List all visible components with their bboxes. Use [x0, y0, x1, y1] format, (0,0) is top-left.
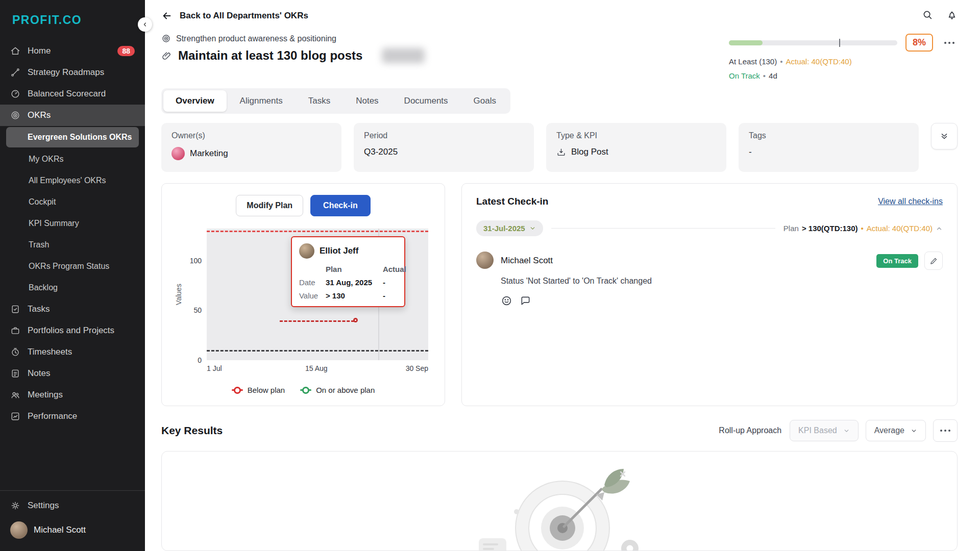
chevron-down-icon	[911, 428, 917, 434]
plan-target-line	[207, 231, 428, 232]
sidebar-item-evergreen-solutions-okrs[interactable]: Evergreen Solutions OKRs	[6, 127, 139, 147]
sidebar-item-backlog[interactable]: Backlog	[0, 277, 145, 298]
sidebar-item-all-employees-okrs[interactable]: All Employees' OKRs	[0, 170, 145, 191]
sub-item-label: My OKRs	[29, 155, 63, 163]
sidebar-item-kpi-summary[interactable]: KPI Summary	[0, 213, 145, 234]
average-value: Average	[874, 426, 904, 435]
page-title: Maintain at least 130 blog posts	[178, 48, 362, 63]
separator: •	[861, 224, 864, 233]
rollup-approach-label: Roll-up Approach	[719, 426, 781, 435]
notifications-bell-icon[interactable]	[946, 9, 958, 22]
sidebar-item-performance[interactable]: Performance	[0, 406, 145, 427]
chart-actions: Modify Plan Check-in	[173, 195, 433, 216]
checkin-date-label: 31-Jul-2025	[483, 224, 525, 233]
progress-percent: 8%	[905, 34, 933, 52]
sidebar-item-balanced-scorecard[interactable]: Balanced Scorecard	[0, 83, 145, 105]
sub-item-label: Evergreen Solutions OKRs	[28, 133, 132, 141]
add-reaction-button[interactable]	[501, 295, 512, 307]
sidebar-item-portfolios-and-projects[interactable]: Portfolios and Projects	[0, 320, 145, 341]
x-tick-label: 1 Jul	[207, 364, 222, 372]
kpi-based-select[interactable]: KPI Based	[790, 420, 859, 441]
tab-documents[interactable]: Documents	[392, 90, 460, 112]
legend-label: On or above plan	[316, 386, 375, 394]
sidebar-item-okrs[interactable]: OKRs	[0, 105, 145, 126]
tab-notes[interactable]: Notes	[344, 90, 390, 112]
sidebar-item-label: Tasks	[28, 304, 50, 314]
chevron-up-icon[interactable]	[936, 225, 943, 232]
owner-label: Owner(s)	[172, 131, 331, 140]
sidebar-item-trash[interactable]: Trash	[0, 234, 145, 256]
tags-value: -	[749, 147, 752, 157]
edit-checkin-button[interactable]	[924, 252, 943, 270]
legend-label: Below plan	[248, 386, 285, 394]
owner-value-row[interactable]: Marketing	[172, 147, 331, 160]
checkin-author: Michael Scott	[501, 256, 553, 266]
comment-button[interactable]	[520, 295, 531, 307]
expand-details-button[interactable]	[931, 123, 958, 149]
period-value: Q3-2025	[364, 147, 398, 157]
back-label: Back to All Departments' OKRs	[180, 11, 308, 21]
sidebar-item-label: Performance	[28, 411, 77, 421]
pencil-icon	[929, 257, 938, 265]
checkin-reactions-row	[501, 295, 943, 307]
sub-item-label: All Employees' OKRs	[29, 176, 106, 185]
modify-plan-button[interactable]: Modify Plan	[236, 195, 303, 216]
checkin-note: Status 'Not Started' to 'On Track' chang…	[501, 277, 943, 286]
tooltip-avatar	[299, 243, 314, 259]
okr-more-options-button[interactable]	[941, 39, 958, 47]
tab-tasks[interactable]: Tasks	[296, 90, 342, 112]
sidebar-item-tasks[interactable]: Tasks	[0, 298, 145, 320]
x-tick-label: 30 Sep	[406, 364, 428, 372]
progress-bar	[729, 40, 897, 45]
sidebar-collapse-button[interactable]	[138, 17, 152, 32]
sidebar-item-strategy-roadmaps[interactable]: Strategy Roadmaps	[0, 62, 145, 83]
rollup-average-select[interactable]: Average	[866, 420, 926, 441]
y-axis-ticks: 050100	[184, 229, 207, 360]
sidebar-item-meetings[interactable]: Meetings	[0, 384, 145, 406]
comment-bubble-icon	[520, 295, 531, 307]
sidebar-item-settings[interactable]: Settings	[0, 495, 145, 516]
y-tick-label: 100	[190, 257, 202, 265]
tab-alignments[interactable]: Alignments	[228, 90, 295, 112]
clock-icon	[10, 347, 20, 357]
type-kpi-label: Type & KPI	[556, 131, 716, 140]
chevron-down-icon	[529, 225, 536, 232]
sidebar-item-okrs-program-status[interactable]: OKRs Program Status	[0, 256, 145, 277]
sidebar-item-notes[interactable]: Notes	[0, 363, 145, 384]
tab-overview[interactable]: Overview	[163, 90, 227, 112]
checkin-entry-actions: On Track	[876, 252, 943, 270]
key-results-menu-button[interactable]	[933, 419, 958, 442]
y-tick-label: 50	[193, 306, 202, 314]
author-avatar	[476, 252, 494, 269]
chevron-left-icon	[142, 21, 148, 28]
sidebar-item-cockpit[interactable]: Cockpit	[0, 191, 145, 213]
check-in-button[interactable]: Check-in	[310, 195, 371, 216]
search-icon[interactable]	[922, 9, 933, 22]
key-results-controls: Roll-up Approach KPI Based Average	[719, 419, 958, 442]
view-all-checkins-link[interactable]: View all check-ins	[878, 197, 943, 206]
back-link[interactable]: Back to All Departments' OKRs	[161, 10, 308, 21]
type-kpi-card: Type & KPI Blog Post	[546, 123, 726, 172]
parent-objective[interactable]: Strengthen product awareness & positioni…	[161, 34, 425, 43]
sidebar-item-home[interactable]: Home 88	[0, 40, 145, 62]
sub-item-label: Backlog	[29, 283, 58, 292]
meetings-icon	[10, 390, 20, 400]
above-plan-marker-icon	[300, 389, 311, 391]
sidebar-user[interactable]: Michael Scott	[0, 516, 145, 544]
status-badge: On Track	[876, 254, 918, 268]
title-line: Maintain at least 130 blog posts	[161, 48, 425, 63]
sidebar: PROFIT.CO Home 88 Strategy Roadmaps Bala…	[0, 0, 145, 551]
sidebar-item-label: Portfolios and Projects	[28, 325, 114, 336]
sidebar-item-my-okrs[interactable]: My OKRs	[0, 148, 145, 170]
sub-item-label: OKRs Program Status	[29, 262, 109, 270]
sidebar-item-timesheets[interactable]: Timesheets	[0, 341, 145, 363]
sidebar-item-label: Timesheets	[28, 347, 72, 357]
double-chevron-down-icon	[940, 132, 949, 141]
tooltip-date-label: Date	[299, 278, 326, 287]
back-arrow-icon	[161, 10, 173, 21]
checkin-date-dropdown[interactable]: 31-Jul-2025	[476, 220, 543, 236]
key-results-title: Key Results	[161, 424, 223, 437]
tasks-icon	[10, 304, 20, 314]
tab-goals[interactable]: Goals	[461, 90, 508, 112]
okr-header: Strengthen product awareness & positioni…	[145, 22, 980, 80]
